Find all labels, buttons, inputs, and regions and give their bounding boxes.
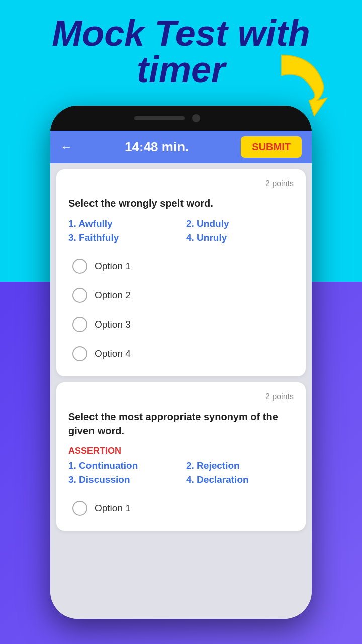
question2-words-grid: 1. Continuation 2. Rejection 3. Discussi… [68,460,294,486]
q1-word-4: 4. Unruly [186,232,294,244]
question1-words-grid: 1. Awfully 2. Unduly 3. Faithfuly 4. Unr… [68,218,294,244]
q2-word-3: 3. Discussion [68,474,176,486]
q2-word-1: 1. Continuation [68,460,176,471]
question1-points: 2 points [68,179,294,188]
arrow-icon [272,50,332,121]
phone-screen: ← 14:48 min. SUBMIT 2 points Select the … [50,131,312,619]
notch-camera [192,114,200,122]
q1-option-2-label: Option 2 [95,290,131,301]
q1-radio-3[interactable] [72,317,87,332]
timer-display: 14:48 min. [125,139,189,155]
q2-word-2: 2. Rejection [186,460,294,471]
q1-option-2[interactable]: Option 2 [68,283,294,308]
question-card-2: 2 points Select the most appropriate syn… [56,382,306,531]
q1-word-2: 2. Unduly [186,218,294,229]
q1-option-1-label: Option 1 [95,261,131,272]
q1-option-1[interactable]: Option 1 [68,254,294,279]
q1-option-3[interactable]: Option 3 [68,312,294,337]
q2-option-1[interactable]: Option 1 [68,496,294,521]
q1-option-4[interactable]: Option 4 [68,341,294,366]
q2-radio-1[interactable] [72,501,87,516]
q1-radio-2[interactable] [72,288,87,303]
question2-points: 2 points [68,392,294,401]
assertion-label: ASSERTION [68,446,294,456]
screen-content[interactable]: 2 points Select the wrongly spelt word. … [50,163,312,619]
q1-option-4-label: Option 4 [95,348,131,359]
q1-radio-4[interactable] [72,346,87,361]
q2-word-4: 4. Declaration [186,474,294,486]
header-bar: ← 14:48 min. SUBMIT [50,131,312,163]
submit-button[interactable]: SUBMIT [241,136,302,158]
phone-device: ← 14:48 min. SUBMIT 2 points Select the … [50,106,312,619]
question2-text: Select the most appropriate synonym of t… [68,410,294,438]
question1-text: Select the wrongly spelt word. [68,196,294,210]
question1-radio-options: Option 1 Option 2 Option 3 Option 4 [68,254,294,366]
q2-option-1-label: Option 1 [95,503,131,514]
q1-word-1: 1. Awfully [68,218,176,229]
back-button[interactable]: ← [60,140,72,154]
q1-radio-1[interactable] [72,259,87,274]
q1-word-3: 3. Faithfuly [68,232,176,244]
notch-bar [134,116,185,120]
question-card-1: 2 points Select the wrongly spelt word. … [56,169,306,376]
q1-option-3-label: Option 3 [95,319,131,330]
question2-radio-options: Option 1 [68,496,294,521]
